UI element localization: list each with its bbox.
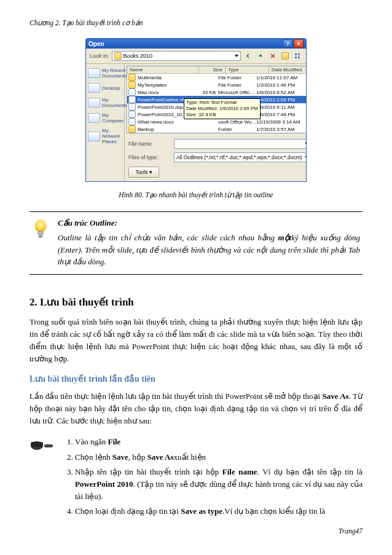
table-row[interactable]: MultimediaFile Folder1/1/2010 11:07 AM xyxy=(127,74,307,81)
back-icon[interactable] xyxy=(243,51,253,61)
file-icon xyxy=(128,118,136,125)
place-documents[interactable]: My Documents xyxy=(86,96,124,109)
table-row[interactable]: BackupFolder1/7/2010 3:57 AM xyxy=(127,125,307,133)
file-name-label: File name: xyxy=(128,141,170,147)
figure-caption: Hình 80. Tạo nhanh bài thuyết trình từ t… xyxy=(29,191,363,199)
step-list: Vào ngăn File Chọn lệnh Save, hộp Save A… xyxy=(63,436,363,520)
chevron-down-icon xyxy=(235,55,238,57)
dialog-titlebar: Open ? × xyxy=(86,39,306,49)
place-network[interactable]: My Network Places xyxy=(86,127,124,146)
table-row[interactable]: Mau.docx33 KBMicrosoft Office Wo...1/6/2… xyxy=(127,89,307,96)
lookin-dropdown[interactable]: Books 2010 xyxy=(112,51,241,61)
file-list-headers: Name Size Type Date Modified xyxy=(127,66,307,74)
place-computer[interactable]: My Computer xyxy=(86,111,124,125)
svg-rect-9 xyxy=(44,444,53,447)
note-box: Cấu trúc Outline: Outline là tập tin chỉ… xyxy=(29,212,363,274)
file-icon xyxy=(128,96,136,103)
paragraph: Lần đầu tiên thực hiện lệnh lưu tập tin … xyxy=(29,390,363,427)
up-icon[interactable] xyxy=(256,51,265,61)
lookin-value: Books 2010 xyxy=(123,53,153,59)
svg-rect-3 xyxy=(298,57,300,58)
note-title: Cấu trúc Outline: xyxy=(58,218,360,228)
files-of-type-label: Files of type: xyxy=(128,154,170,160)
file-icon xyxy=(128,103,136,111)
list-item: Vào ngăn File xyxy=(75,436,363,448)
figure-open-dialog: Open ? × Look in: Books 2010 xyxy=(29,38,363,182)
svg-rect-2 xyxy=(295,57,297,58)
views-icon[interactable] xyxy=(292,51,302,61)
file-icon xyxy=(128,111,136,118)
files-of-type-select[interactable]: All Outlines (*.txt;*.rtf;*.doc;*.wpd;*.… xyxy=(174,152,307,162)
place-desktop[interactable]: Desktop xyxy=(86,82,124,94)
divider xyxy=(29,274,363,275)
svg-rect-1 xyxy=(298,53,300,55)
paragraph: Trong suốt quá trình biên soạn bài thuyế… xyxy=(29,316,363,366)
file-tooltip: Type: Rich Text Format Date Modified: 1/… xyxy=(184,98,261,119)
dialog-title: Open xyxy=(88,41,104,47)
svg-rect-6 xyxy=(38,236,42,238)
note-text: Outline là tập tin chỉ chứa văn bản, các… xyxy=(58,232,360,268)
folder-icon xyxy=(128,125,136,133)
places-bar: My Recent Documents Desktop My Documents… xyxy=(86,64,125,181)
file-name-input[interactable] xyxy=(174,139,307,149)
running-header: Chương 2. Tạo bài thuyết trình cơ bản xyxy=(29,18,363,27)
page-number: Trang47 xyxy=(339,527,363,535)
lookin-label: Look in: xyxy=(90,53,109,59)
list-item: Chọn loại định dạng tập tin tại Save as … xyxy=(75,505,363,518)
svg-rect-5 xyxy=(38,231,43,235)
table-row[interactable]: MyTemplatesFile Folder1/2/2010 1:46 PM xyxy=(127,81,307,89)
list-item: Chọn lệnh Save, hộp Save Asxuất hiện xyxy=(75,451,363,463)
mouse-icon xyxy=(29,436,54,455)
svg-rect-8 xyxy=(31,442,43,447)
delete-icon[interactable] xyxy=(268,51,278,61)
folder-icon xyxy=(114,52,122,60)
svg-rect-0 xyxy=(295,53,297,55)
close-icon[interactable]: × xyxy=(294,39,304,48)
place-recent[interactable]: My Recent Documents xyxy=(86,66,124,80)
new-folder-icon[interactable] xyxy=(280,51,290,61)
svg-point-4 xyxy=(35,219,46,232)
folder-icon xyxy=(128,81,136,89)
file-icon xyxy=(128,89,136,96)
file-list[interactable]: Name Size Type Date Modified MultimediaF… xyxy=(127,66,307,133)
list-item: Nhập tên tập tin bài thuyết trình tại hộ… xyxy=(75,466,363,503)
tools-button[interactable]: Tools ▾ xyxy=(128,167,159,178)
help-icon[interactable]: ? xyxy=(283,39,292,48)
lightbulb-icon xyxy=(32,218,49,243)
heading-2: 2. Lưu bài thuyết trình xyxy=(29,296,363,309)
heading-3: Lưu bài thuyết trình lần đầu tiên xyxy=(29,374,363,384)
folder-icon xyxy=(128,74,136,81)
